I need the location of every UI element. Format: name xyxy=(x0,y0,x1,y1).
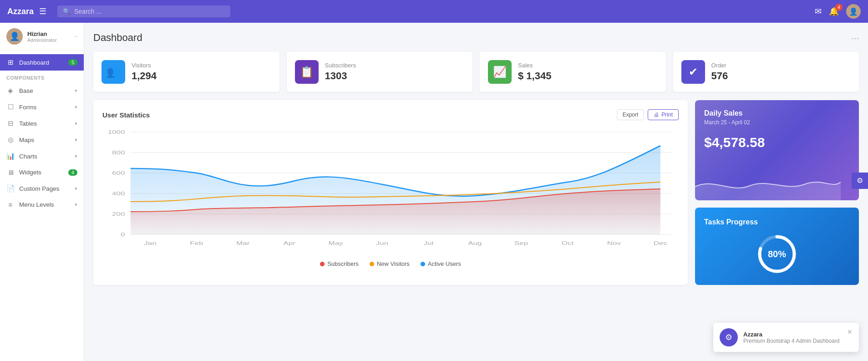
chart-svg: 1000 800 600 400 200 0 Jan Feb Mar Apr M… xyxy=(102,127,679,255)
sidebar-avatar: 👤 xyxy=(6,28,23,45)
sidebar-item-maps[interactable]: ◎ Maps ▾ xyxy=(0,132,84,148)
tables-arrow: ▾ xyxy=(75,121,77,127)
sidebar-nav: ⊞ Dashboard 5 COMPONENTS ◈ Base ▾ ☐ Form… xyxy=(0,51,84,361)
legend-dot-active-users xyxy=(421,262,425,266)
navbar: Azzara ☰ 🔍 ✉ 🔔 4 👤 xyxy=(0,0,868,23)
order-info: Order 576 xyxy=(711,62,728,82)
dashboard-icon: ⊞ xyxy=(6,58,15,66)
svg-text:Jul: Jul xyxy=(424,240,434,246)
search-input[interactable] xyxy=(74,8,225,15)
legend-label-active-users: Active Users xyxy=(428,260,461,267)
sidebar-item-widgets[interactable]: 🖥 Widgets 4 xyxy=(0,164,84,180)
menu-levels-icon: ≡ xyxy=(6,201,15,208)
svg-text:Sep: Sep xyxy=(514,240,528,246)
sidebar: 👤 Hizrian Administrator − ⊞ Dashboard 5 … xyxy=(0,23,84,361)
custom-pages-arrow: ▾ xyxy=(75,186,77,192)
subscribers-value: 1303 xyxy=(325,70,356,82)
daily-sales-wave xyxy=(695,168,841,200)
maps-icon: ◎ xyxy=(6,136,15,144)
svg-text:800: 800 xyxy=(112,150,125,155)
svg-text:0: 0 xyxy=(121,232,125,237)
toast-close-button[interactable]: ✕ xyxy=(847,328,853,336)
sidebar-role: Administrator xyxy=(27,37,74,43)
widgets-badge: 4 xyxy=(68,169,77,176)
chart-card: User Statistics Export 🖨 Print xyxy=(93,100,688,285)
notification-badge: 4 xyxy=(835,4,843,11)
sidebar-user[interactable]: 👤 Hizrian Administrator − xyxy=(0,23,84,51)
sales-info: Sales $ 1,345 xyxy=(518,62,551,82)
sidebar-item-base[interactable]: ◈ Base ▾ xyxy=(0,82,84,99)
svg-text:Feb: Feb xyxy=(190,240,203,246)
forms-arrow: ▾ xyxy=(75,104,77,110)
sidebar-item-tables[interactable]: ⊟ Tables ▾ xyxy=(0,115,84,132)
dashboard-badge: 5 xyxy=(68,59,77,66)
subscribers-icon: 📋 xyxy=(295,60,319,84)
custom-pages-icon: 📄 xyxy=(6,184,15,193)
forms-icon: ☐ xyxy=(6,103,15,111)
chart-legend: Subscribers New Visitors Active Users xyxy=(102,260,679,267)
subscribers-info: Subscribers 1303 xyxy=(325,62,356,82)
sidebar-user-info: Hizrian Administrator xyxy=(27,31,74,43)
toast-subtitle: Premium Bootstrap 4 Admin Dashboard xyxy=(743,338,842,344)
brand-logo[interactable]: Azzara xyxy=(7,7,34,16)
tasks-title: Tasks Progress xyxy=(704,218,758,226)
search-bar[interactable]: 🔍 xyxy=(57,5,230,17)
legend-label-new-visitors: New Visitors xyxy=(377,260,410,267)
legend-dot-new-visitors xyxy=(370,262,374,266)
svg-text:Nov: Nov xyxy=(607,240,621,246)
print-icon: 🖨 xyxy=(654,112,659,118)
main-layout: 👤 Hizrian Administrator − ⊞ Dashboard 5 … xyxy=(0,23,868,361)
sidebar-item-label: Dashboard xyxy=(19,59,68,66)
svg-text:Oct: Oct xyxy=(562,240,574,246)
subscribers-label: Subscribers xyxy=(325,62,356,69)
svg-text:Dec: Dec xyxy=(654,240,667,246)
content-row: User Statistics Export 🖨 Print xyxy=(93,100,859,285)
sidebar-item-charts[interactable]: 📊 Charts ▾ xyxy=(0,148,84,164)
charts-icon: 📊 xyxy=(6,152,15,160)
svg-text:Aug: Aug xyxy=(468,240,482,246)
page-title: Dashboard xyxy=(93,32,142,44)
sidebar-item-forms[interactable]: ☐ Forms ▾ xyxy=(0,99,84,115)
svg-text:Mar: Mar xyxy=(236,240,250,246)
sidebar-item-custom-pages[interactable]: 📄 Custom Pages ▾ xyxy=(0,180,84,197)
toast-title: Azzara xyxy=(743,331,842,338)
export-button[interactable]: Export xyxy=(617,109,645,120)
chart-area: 1000 800 600 400 200 0 Jan Feb Mar Apr M… xyxy=(102,127,679,255)
settings-fab[interactable]: ⚙ xyxy=(852,173,868,189)
sidebar-item-menu-levels[interactable]: ≡ Menu Levels ▾ xyxy=(0,197,84,213)
visitors-value: 1,294 xyxy=(132,70,157,82)
sidebar-item-dashboard[interactable]: ⊞ Dashboard 5 xyxy=(0,54,84,71)
right-column: Daily Sales March 25 - April 02 $4,578.5… xyxy=(695,100,859,285)
sidebar-item-label: Tables xyxy=(19,120,75,127)
mail-icon[interactable]: ✉ xyxy=(815,6,822,16)
sidebar-item-label: Maps xyxy=(19,137,75,143)
search-icon: 🔍 xyxy=(63,8,71,15)
sidebar-user-arrow[interactable]: − xyxy=(74,33,77,40)
sidebar-item-label: Widgets xyxy=(19,169,68,176)
svg-text:Jan: Jan xyxy=(144,240,156,246)
order-label: Order xyxy=(711,62,728,69)
svg-text:Apr: Apr xyxy=(283,240,295,246)
sales-value: $ 1,345 xyxy=(518,70,551,82)
widgets-icon: 🖥 xyxy=(6,168,15,176)
menu-levels-arrow: ▾ xyxy=(75,202,77,208)
stats-row: 👥 Visitors 1,294 📋 Subscribers 1303 📈 Sa… xyxy=(93,52,859,92)
user-avatar[interactable]: 👤 xyxy=(846,4,861,19)
page-header: Dashboard ··· xyxy=(93,32,859,44)
sales-icon: 📈 xyxy=(488,60,512,84)
print-button[interactable]: 🖨 Print xyxy=(648,109,679,120)
visitors-icon: 👥 xyxy=(102,60,125,84)
sales-label: Sales xyxy=(518,62,551,69)
chart-actions: Export 🖨 Print xyxy=(617,109,679,120)
base-arrow: ▾ xyxy=(75,88,77,94)
notifications-icon[interactable]: 🔔 4 xyxy=(829,6,839,16)
svg-text:600: 600 xyxy=(112,170,125,176)
navbar-right: ✉ 🔔 4 👤 xyxy=(815,4,861,19)
sidebar-toggle-icon[interactable]: ☰ xyxy=(39,6,46,16)
chart-header: User Statistics Export 🖨 Print xyxy=(102,109,679,120)
sidebar-item-label: Charts xyxy=(19,153,75,160)
daily-sales-amount: $4,578.58 xyxy=(704,135,850,150)
page-more-icon[interactable]: ··· xyxy=(851,33,859,43)
legend-active-users: Active Users xyxy=(421,260,461,267)
tasks-progress-card: Tasks Progress 80% xyxy=(695,208,859,285)
